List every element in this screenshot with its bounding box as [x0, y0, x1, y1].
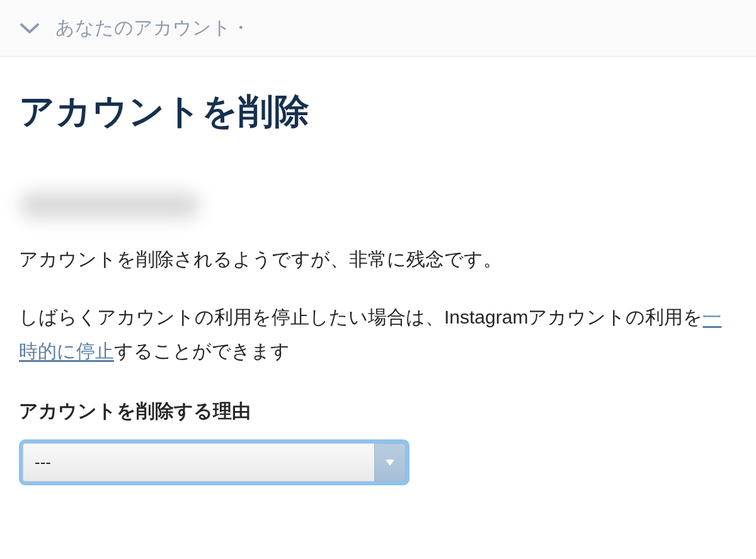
header-bar: あなたのアカウント・ [0, 0, 756, 57]
svg-marker-0 [386, 460, 394, 466]
pause-text-after: することができます [114, 341, 290, 361]
page-title: アカウントを削除 [19, 88, 737, 136]
pause-text-before: しばらくアカウントの利用を停止したい場合は、Instagramアカウントの利用を [19, 307, 702, 327]
reason-select[interactable]: --- [19, 439, 410, 485]
pause-message: しばらくアカウントの利用を停止したい場合は、Instagramアカウントの利用を… [19, 300, 737, 368]
reason-select-value: --- [23, 443, 374, 482]
dropdown-arrow-icon [374, 443, 406, 482]
sorry-message: アカウントを削除されるようですが、非常に残念です。 [19, 243, 737, 275]
breadcrumb[interactable]: あなたのアカウント・ [55, 15, 250, 41]
chevron-down-icon[interactable] [19, 21, 40, 36]
main-content: アカウントを削除 アカウントを削除されるようですが、非常に残念です。 しばらくア… [0, 57, 756, 504]
reason-label: アカウントを削除する理由 [19, 398, 737, 424]
username-redacted [21, 193, 198, 218]
